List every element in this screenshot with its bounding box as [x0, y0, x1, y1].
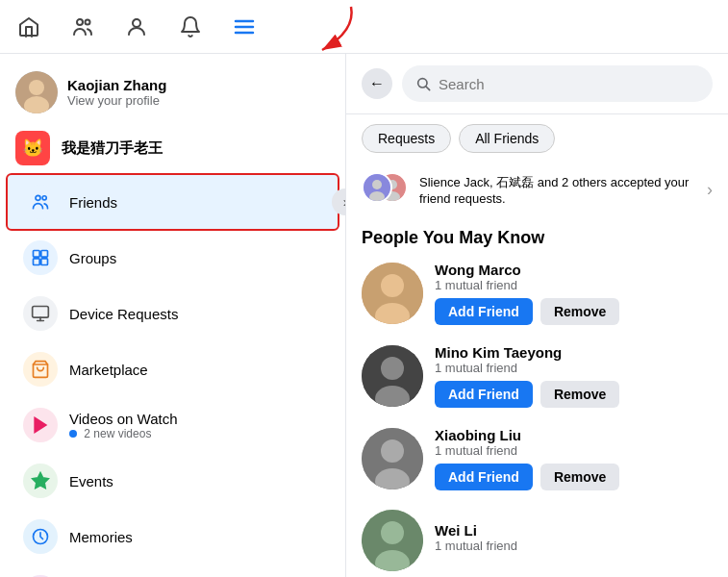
- person-card-3: Wei Li 1 mutual friend: [346, 500, 728, 577]
- add-friend-button-0[interactable]: Add Friend: [435, 298, 533, 325]
- svg-marker-20: [35, 418, 46, 433]
- person-mutual-2: 1 mutual friend: [435, 443, 713, 458]
- svg-rect-16: [33, 307, 49, 318]
- search-input[interactable]: [439, 76, 699, 92]
- person-actions-1: Add Friend Remove: [435, 381, 713, 408]
- person-mutual-1: 1 mutual friend: [435, 361, 713, 375]
- avatar: [15, 71, 58, 113]
- svg-rect-13: [41, 251, 48, 258]
- sidebar-item-device[interactable]: Device Requests: [8, 287, 338, 340]
- add-friend-button-2[interactable]: Add Friend: [435, 464, 533, 490]
- person-avatar-1: [362, 345, 423, 407]
- remove-button-2[interactable]: Remove: [540, 464, 619, 490]
- videos-sub: 2 new videos: [69, 427, 178, 440]
- sidebar-item-videos[interactable]: Videos on Watch 2 new videos: [8, 398, 338, 452]
- page-label-text: 我是猎刀手老王: [62, 139, 163, 158]
- events-icon: [23, 464, 58, 498]
- person-name-1: Mino Kim Taeyong: [435, 344, 713, 361]
- person-avatar-3: [362, 510, 423, 571]
- person-name-0: Wong Marco: [435, 262, 713, 278]
- sidebar-item-events[interactable]: Events: [8, 454, 338, 508]
- notifications-nav-icon[interactable]: [177, 13, 204, 40]
- page-label-row[interactable]: 🐱 我是猎刀手老王: [0, 123, 345, 173]
- remove-button-0[interactable]: Remove: [540, 298, 619, 325]
- friends-nav-icon[interactable]: [69, 13, 96, 40]
- svg-rect-12: [34, 251, 40, 258]
- chevron-right-icon: ›: [707, 180, 713, 200]
- groups-icon: [23, 240, 58, 275]
- back-button[interactable]: ←: [362, 68, 392, 99]
- friends-icon: [23, 185, 58, 219]
- profile-nav-icon[interactable]: [123, 13, 150, 40]
- tab-all-friends[interactable]: All Friends: [459, 124, 555, 153]
- profile-name: Kaojian Zhang: [67, 77, 166, 93]
- badge-dot: [69, 430, 77, 438]
- main-layout: Kaojian Zhang View your profile 🐱 我是猎刀手老…: [0, 54, 728, 577]
- svg-point-35: [381, 357, 404, 380]
- page-icon: 🐱: [15, 131, 50, 165]
- svg-point-2: [133, 19, 140, 27]
- person-info-2: Xiaobing Liu 1 mutual friend Add Friend …: [435, 427, 713, 490]
- svg-rect-14: [34, 259, 40, 265]
- memories-icon: [23, 519, 58, 554]
- sidebar-item-label: Device Requests: [69, 306, 178, 322]
- svg-point-38: [381, 439, 404, 463]
- sidebar-item-label: Events: [69, 473, 113, 489]
- svg-point-26: [372, 180, 382, 189]
- sidebar-item-label: Marketplace: [69, 362, 148, 378]
- sidebar-item-groups[interactable]: Groups: [8, 231, 338, 285]
- home-icon[interactable]: [15, 13, 42, 40]
- person-name-2: Xiaobing Liu: [435, 427, 713, 443]
- add-friend-button-1[interactable]: Add Friend: [435, 381, 533, 408]
- sidebar-item-marketplace[interactable]: Marketplace: [8, 342, 338, 396]
- svg-rect-15: [41, 259, 48, 265]
- person-info-1: Mino Kim Taeyong 1 mutual friend Add Fri…: [435, 344, 713, 408]
- tabs-row: Requests All Friends: [346, 114, 728, 163]
- section-title: People You May Know: [346, 220, 728, 252]
- search-icon: [415, 76, 431, 91]
- search-box[interactable]: [402, 65, 713, 102]
- profile-info: Kaojian Zhang View your profile: [67, 77, 166, 108]
- svg-point-8: [29, 80, 44, 95]
- notif-avatars: [362, 172, 410, 207]
- sidebar-item-label: Friends: [69, 194, 117, 211]
- sidebar-item-label: Groups: [69, 250, 116, 266]
- notification-bar[interactable]: Slience Jack, 石斌磊 and 2 others accepted …: [346, 163, 728, 216]
- sidebar-item-memories[interactable]: Memories: [8, 510, 338, 564]
- svg-point-41: [381, 521, 404, 544]
- svg-point-1: [86, 19, 90, 24]
- menu-icon[interactable]: [231, 13, 258, 40]
- svg-line-24: [426, 87, 430, 90]
- person-name-3: Wei Li: [435, 522, 713, 539]
- right-header: ←: [346, 54, 728, 114]
- videos-icon: [23, 408, 58, 442]
- sidebar: Kaojian Zhang View your profile 🐱 我是猎刀手老…: [0, 54, 346, 577]
- nav-icons: [15, 13, 258, 40]
- person-actions-0: Add Friend Remove: [435, 298, 713, 325]
- person-mutual-0: 1 mutual friend: [435, 278, 713, 292]
- top-nav: [0, 0, 728, 54]
- person-avatar-0: [362, 263, 423, 324]
- sidebar-item-saved[interactable]: Saved: [8, 565, 338, 577]
- svg-point-32: [381, 274, 404, 297]
- person-card-1: Mino Kim Taeyong 1 mutual friend Add Fri…: [346, 335, 728, 417]
- person-avatar-2: [362, 428, 423, 489]
- device-icon: [23, 296, 58, 331]
- person-mutual-3: 1 mutual friend: [435, 539, 713, 553]
- profile-sub: View your profile: [67, 93, 166, 108]
- remove-button-1[interactable]: Remove: [540, 381, 619, 408]
- sidebar-item-label: Memories: [69, 529, 133, 545]
- svg-point-11: [42, 196, 46, 200]
- notification-text: Slience Jack, 石斌磊 and 2 others accepted …: [419, 174, 697, 206]
- person-info-3: Wei Li 1 mutual friend: [435, 522, 713, 559]
- person-card-2: Xiaobing Liu 1 mutual friend Add Friend …: [346, 417, 728, 500]
- person-info-0: Wong Marco 1 mutual friend Add Friend Re…: [435, 262, 713, 325]
- person-card-0: Wong Marco 1 mutual friend Add Friend Re…: [346, 252, 728, 335]
- tab-requests[interactable]: Requests: [362, 124, 451, 153]
- notif-avatar-1: [362, 172, 392, 203]
- sidebar-item-friends[interactable]: Friends: [8, 175, 338, 229]
- right-panel: ← Requests All Friends: [346, 54, 728, 577]
- profile-row[interactable]: Kaojian Zhang View your profile: [0, 62, 345, 123]
- svg-marker-21: [33, 473, 49, 489]
- svg-point-0: [77, 19, 83, 25]
